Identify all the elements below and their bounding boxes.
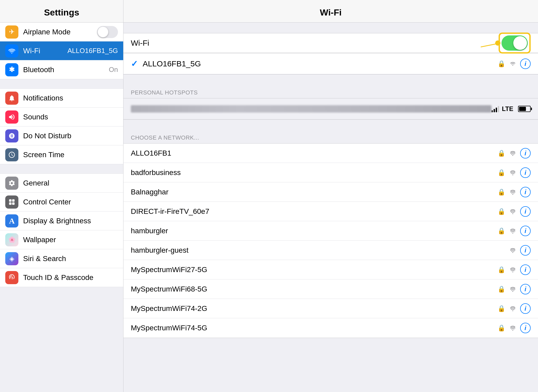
info-button-9[interactable]: i <box>520 323 531 333</box>
network-row-7[interactable]: MySpectrumWiFi68-5G 🔒 i <box>123 279 538 299</box>
battery-icon <box>518 106 531 112</box>
sidebar-item-controlcenter[interactable]: Control Center <box>0 193 123 211</box>
network-icons-1: 🔒 i <box>498 167 531 178</box>
controlcenter-icon <box>5 195 18 209</box>
svg-rect-0 <box>9 199 12 202</box>
signal-bars <box>492 105 499 112</box>
network-icons-3: 🔒 i <box>498 206 531 217</box>
network-row-6[interactable]: MySpectrumWiFi27-5G 🔒 i <box>123 260 538 279</box>
siri-icon: ◈ <box>9 255 14 262</box>
airplane-toggle[interactable] <box>97 26 118 38</box>
hotspot-row[interactable]: LTE <box>123 98 538 119</box>
sidebar-item-touchid[interactable]: Touch ID & Passcode <box>0 268 123 287</box>
network-row-5[interactable]: hamburgler-guest i <box>123 241 538 260</box>
info-button-1[interactable]: i <box>520 167 531 178</box>
connected-network-section: ✓ ALLO16FB1_5G 🔒 i <box>123 53 538 75</box>
main-header: Wi-Fi <box>123 0 538 23</box>
svg-rect-2 <box>9 202 12 205</box>
sidebar-item-airplane[interactable]: ✈ Airplane Mode <box>0 23 123 41</box>
network-row-8[interactable]: MySpectrumWiFi74-2G 🔒 i <box>123 299 538 318</box>
donotdisturb-label: Do Not Disturb <box>23 132 118 140</box>
annotation-arrow <box>478 36 502 50</box>
wifi-icon-2 <box>509 189 516 195</box>
svg-line-4 <box>481 43 500 47</box>
connected-checkmark: ✓ <box>131 59 138 69</box>
network-name-8: MySpectrumWiFi74-2G <box>131 304 498 313</box>
sidebar-item-wifi[interactable]: Wi-Fi ALLO16FB1_5G <box>0 41 123 60</box>
sidebar-item-displaybrightness[interactable]: A Display & Brightness <box>0 211 123 230</box>
wifi-icon <box>5 44 18 57</box>
lock-icon: 🔒 <box>498 60 505 67</box>
info-button-4[interactable]: i <box>520 226 531 236</box>
network-icons-8: 🔒 i <box>498 303 531 314</box>
sidebar-group-alerts: Notifications Sounds Do Not Disturb Scre… <box>0 89 123 164</box>
lock-icon-1: 🔒 <box>498 169 505 176</box>
toggle-annotation-container <box>499 33 531 54</box>
choose-network-label: CHOOSE A NETWORK... <box>123 129 538 143</box>
sidebar-item-donotdisturb[interactable]: Do Not Disturb <box>0 126 123 145</box>
network-name-7: MySpectrumWiFi68-5G <box>131 285 498 293</box>
bluetooth-icon: ✱ <box>5 63 18 76</box>
wifi-signal-icon <box>509 60 516 68</box>
separator-2 <box>0 164 123 174</box>
sidebar-title: Settings <box>0 7 123 18</box>
network-row-4[interactable]: hamburgler 🔒 i <box>123 221 538 241</box>
network-name-3: DIRECT-ir-FireTV_60e7 <box>131 207 498 216</box>
wifi-toggle-card: Wi-Fi <box>123 33 538 53</box>
network-name-0: ALLO16FB1 <box>131 149 498 157</box>
sounds-icon <box>5 110 18 124</box>
lock-icon-9: 🔒 <box>498 324 505 332</box>
sidebar-item-bluetooth[interactable]: ✱ Bluetooth On <box>0 60 123 79</box>
wifi-icon-3 <box>509 209 516 214</box>
displaybrightness-icon: A <box>9 216 15 225</box>
hotspot-card: LTE <box>123 98 538 120</box>
sidebar-item-sirisearch[interactable]: ◈ Siri & Search <box>0 249 123 268</box>
network-icons-2: 🔒 i <box>498 187 531 197</box>
network-row-9[interactable]: MySpectrumWiFi74-5G 🔒 i <box>123 318 538 338</box>
content-area: Wi-Fi <box>123 23 538 338</box>
info-button-7[interactable]: i <box>520 284 531 294</box>
sidebar: Settings ✈ Airplane Mode Wi-Fi ALLO16FB1… <box>0 0 123 392</box>
hotspot-section-label: PERSONAL HOTSPOTS <box>123 84 538 98</box>
wifi-toggle-row: Wi-Fi <box>123 33 538 53</box>
network-row-3[interactable]: DIRECT-ir-FireTV_60e7 🔒 i <box>123 202 538 221</box>
sidebar-item-general[interactable]: General <box>0 174 123 193</box>
svg-rect-1 <box>12 199 14 202</box>
network-list-card: ALLO16FB1 🔒 i badforbusiness 🔒 i <box>123 143 538 338</box>
connected-network-name: ALLO16FB1_5G <box>143 59 498 68</box>
info-button-6[interactable]: i <box>520 264 531 275</box>
bluetooth-value: On <box>109 66 118 74</box>
sidebar-item-wallpaper[interactable]: 🌸 Wallpaper <box>0 230 123 249</box>
bluetooth-label: Bluetooth <box>23 66 109 74</box>
sidebar-item-screentime[interactable]: Screen Time <box>0 145 123 164</box>
network-row-2[interactable]: Balnagghar 🔒 i <box>123 182 538 202</box>
info-button-2[interactable]: i <box>520 187 531 197</box>
network-name-9: MySpectrumWiFi74-5G <box>131 324 498 332</box>
wifi-main-toggle[interactable] <box>501 35 528 51</box>
info-button-0[interactable]: i <box>520 148 531 158</box>
wifi-icon-4 <box>509 228 516 234</box>
network-row-0[interactable]: ALLO16FB1 🔒 i <box>123 144 538 163</box>
info-button-5[interactable]: i <box>520 245 531 256</box>
wifi-icon-8 <box>509 306 516 311</box>
sirisearch-label: Siri & Search <box>23 255 118 263</box>
connected-info-button[interactable]: i <box>520 59 531 69</box>
sidebar-item-sounds[interactable]: Sounds <box>0 108 123 126</box>
network-name-5: hamburgler-guest <box>131 246 509 255</box>
sounds-label: Sounds <box>23 113 118 121</box>
network-list-section: CHOOSE A NETWORK... ALLO16FB1 🔒 i badfor… <box>123 129 538 338</box>
sidebar-item-notifications[interactable]: Notifications <box>0 89 123 108</box>
notifications-label: Notifications <box>23 94 118 102</box>
network-row-1[interactable]: badforbusiness 🔒 i <box>123 163 538 182</box>
network-name-1: badforbusiness <box>131 168 498 177</box>
sidebar-group-connectivity: ✈ Airplane Mode Wi-Fi ALLO16FB1_5G ✱ Blu… <box>0 23 123 79</box>
lock-icon-7: 🔒 <box>498 285 505 293</box>
touchid-label: Touch ID & Passcode <box>23 273 118 282</box>
lock-icon-2: 🔒 <box>498 188 505 196</box>
wifi-icon-1 <box>509 170 516 176</box>
donotdisturb-icon <box>5 129 18 142</box>
info-button-3[interactable]: i <box>520 206 531 217</box>
airplane-label: Airplane Mode <box>23 28 97 36</box>
info-button-8[interactable]: i <box>520 303 531 314</box>
connected-network-row[interactable]: ✓ ALLO16FB1_5G 🔒 i <box>123 53 538 74</box>
